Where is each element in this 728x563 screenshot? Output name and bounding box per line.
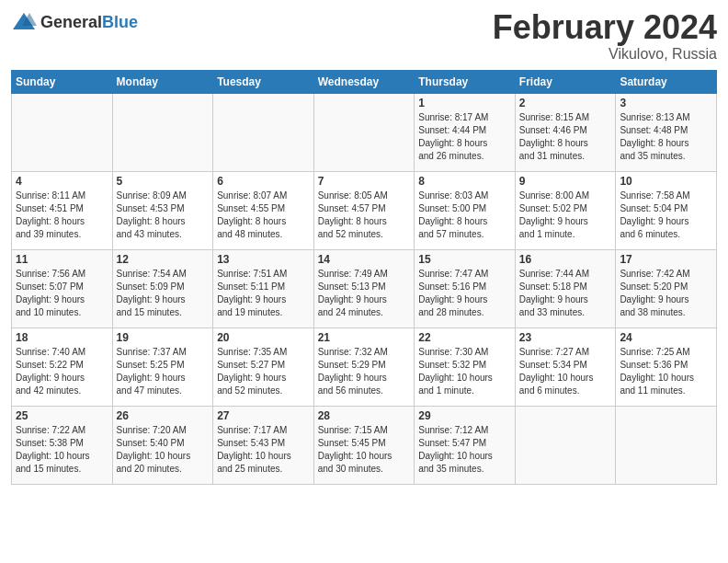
weekday-header-monday: Monday: [112, 70, 213, 93]
calendar-cell: 23Sunrise: 7:27 AM Sunset: 5:34 PM Dayli…: [515, 327, 616, 406]
calendar-body: 1Sunrise: 8:17 AM Sunset: 4:44 PM Daylig…: [12, 93, 717, 484]
day-number: 26: [117, 409, 210, 422]
calendar-cell: 19Sunrise: 7:37 AM Sunset: 5:25 PM Dayli…: [112, 327, 213, 406]
day-info: Sunrise: 8:15 AM Sunset: 4:46 PM Dayligh…: [519, 111, 612, 163]
day-number: 12: [117, 253, 210, 266]
weekday-header-thursday: Thursday: [415, 70, 516, 93]
calendar-cell: 18Sunrise: 7:40 AM Sunset: 5:22 PM Dayli…: [12, 327, 113, 406]
calendar-week-row: 18Sunrise: 7:40 AM Sunset: 5:22 PM Dayli…: [12, 327, 717, 406]
title-block: February 2024 Vikulovo, Russia: [493, 9, 717, 63]
day-number: 27: [217, 409, 310, 422]
calendar-week-row: 11Sunrise: 7:56 AM Sunset: 5:07 PM Dayli…: [12, 249, 717, 327]
day-number: 25: [16, 409, 108, 422]
day-number: 20: [217, 331, 310, 344]
calendar-cell: 16Sunrise: 7:44 AM Sunset: 5:18 PM Dayli…: [515, 249, 616, 327]
logo-icon: [11, 9, 37, 35]
calendar-cell: [515, 406, 616, 484]
day-info: Sunrise: 7:25 AM Sunset: 5:36 PM Dayligh…: [620, 346, 712, 397]
calendar-cell: 2Sunrise: 8:15 AM Sunset: 4:46 PM Daylig…: [515, 93, 616, 171]
calendar-week-row: 4Sunrise: 8:11 AM Sunset: 4:51 PM Daylig…: [12, 171, 717, 249]
calendar-cell: 27Sunrise: 7:17 AM Sunset: 5:43 PM Dayli…: [213, 406, 314, 484]
day-number: 3: [620, 97, 712, 109]
calendar-cell: [616, 406, 717, 484]
day-number: 6: [217, 175, 310, 188]
main-title: February 2024: [493, 9, 717, 46]
day-info: Sunrise: 7:44 AM Sunset: 5:18 PM Dayligh…: [519, 268, 612, 319]
calendar-cell: 12Sunrise: 7:54 AM Sunset: 5:09 PM Dayli…: [112, 249, 213, 327]
calendar-table: SundayMondayTuesdayWednesdayThursdayFrid…: [11, 70, 717, 485]
day-info: Sunrise: 7:47 AM Sunset: 5:16 PM Dayligh…: [418, 268, 511, 319]
calendar-cell: 3Sunrise: 8:13 AM Sunset: 4:48 PM Daylig…: [616, 93, 717, 171]
day-number: 17: [620, 253, 712, 266]
day-info: Sunrise: 7:51 AM Sunset: 5:11 PM Dayligh…: [217, 268, 310, 319]
calendar-week-row: 25Sunrise: 7:22 AM Sunset: 5:38 PM Dayli…: [12, 406, 717, 484]
day-number: 21: [318, 331, 411, 344]
day-info: Sunrise: 7:30 AM Sunset: 5:32 PM Dayligh…: [418, 346, 511, 397]
calendar-week-row: 1Sunrise: 8:17 AM Sunset: 4:44 PM Daylig…: [12, 93, 717, 171]
day-info: Sunrise: 7:49 AM Sunset: 5:13 PM Dayligh…: [318, 268, 411, 319]
calendar-cell: 22Sunrise: 7:30 AM Sunset: 5:32 PM Dayli…: [415, 327, 516, 406]
calendar-cell: 8Sunrise: 8:03 AM Sunset: 5:00 PM Daylig…: [415, 171, 516, 249]
weekday-header-sunday: Sunday: [12, 70, 113, 93]
day-info: Sunrise: 7:56 AM Sunset: 5:07 PM Dayligh…: [16, 268, 108, 319]
calendar-cell: 29Sunrise: 7:12 AM Sunset: 5:47 PM Dayli…: [415, 406, 516, 484]
location-subtitle: Vikulovo, Russia: [493, 46, 717, 63]
calendar-cell: [213, 93, 314, 171]
day-number: 7: [318, 175, 411, 188]
day-number: 11: [16, 253, 108, 266]
calendar-cell: [313, 93, 415, 171]
day-number: 10: [620, 175, 712, 188]
day-number: 1: [418, 97, 511, 109]
calendar-cell: 6Sunrise: 8:07 AM Sunset: 4:55 PM Daylig…: [213, 171, 314, 249]
calendar-cell: 24Sunrise: 7:25 AM Sunset: 5:36 PM Dayli…: [616, 327, 717, 406]
logo-text-general: General: [40, 13, 102, 31]
calendar-cell: 10Sunrise: 7:58 AM Sunset: 5:04 PM Dayli…: [616, 171, 717, 249]
day-info: Sunrise: 8:05 AM Sunset: 4:57 PM Dayligh…: [318, 190, 411, 241]
day-number: 8: [418, 175, 511, 188]
day-info: Sunrise: 8:17 AM Sunset: 4:44 PM Dayligh…: [418, 111, 511, 163]
page-header: GeneralBlue February 2024 Vikulovo, Russ…: [11, 9, 717, 63]
day-number: 28: [318, 409, 411, 422]
day-info: Sunrise: 7:22 AM Sunset: 5:38 PM Dayligh…: [16, 424, 108, 476]
calendar-cell: 28Sunrise: 7:15 AM Sunset: 5:45 PM Dayli…: [313, 406, 415, 484]
day-info: Sunrise: 8:03 AM Sunset: 5:00 PM Dayligh…: [418, 190, 511, 241]
weekday-header-wednesday: Wednesday: [313, 70, 415, 93]
day-info: Sunrise: 8:11 AM Sunset: 4:51 PM Dayligh…: [16, 190, 108, 241]
day-info: Sunrise: 8:07 AM Sunset: 4:55 PM Dayligh…: [217, 190, 310, 241]
day-number: 14: [318, 253, 411, 266]
logo-text-blue: Blue: [102, 13, 138, 31]
day-info: Sunrise: 7:54 AM Sunset: 5:09 PM Dayligh…: [117, 268, 210, 319]
day-number: 13: [217, 253, 310, 266]
day-info: Sunrise: 7:12 AM Sunset: 5:47 PM Dayligh…: [418, 424, 511, 476]
calendar-cell: 25Sunrise: 7:22 AM Sunset: 5:38 PM Dayli…: [12, 406, 113, 484]
day-number: 16: [519, 253, 612, 266]
calendar-cell: 26Sunrise: 7:20 AM Sunset: 5:40 PM Dayli…: [112, 406, 213, 484]
calendar-cell: 4Sunrise: 8:11 AM Sunset: 4:51 PM Daylig…: [12, 171, 113, 249]
calendar-cell: [12, 93, 113, 171]
day-info: Sunrise: 7:20 AM Sunset: 5:40 PM Dayligh…: [117, 424, 210, 476]
logo: GeneralBlue: [11, 9, 138, 35]
day-info: Sunrise: 7:40 AM Sunset: 5:22 PM Dayligh…: [16, 346, 108, 397]
day-info: Sunrise: 8:09 AM Sunset: 4:53 PM Dayligh…: [117, 190, 210, 241]
calendar-cell: 1Sunrise: 8:17 AM Sunset: 4:44 PM Daylig…: [415, 93, 516, 171]
weekday-header-saturday: Saturday: [616, 70, 717, 93]
page-container: GeneralBlue February 2024 Vikulovo, Russ…: [0, 0, 728, 494]
calendar-cell: [112, 93, 213, 171]
day-info: Sunrise: 7:35 AM Sunset: 5:27 PM Dayligh…: [217, 346, 310, 397]
calendar-cell: 21Sunrise: 7:32 AM Sunset: 5:29 PM Dayli…: [313, 327, 415, 406]
weekday-header-friday: Friday: [515, 70, 616, 93]
day-number: 4: [16, 175, 108, 188]
calendar-cell: 20Sunrise: 7:35 AM Sunset: 5:27 PM Dayli…: [213, 327, 314, 406]
day-info: Sunrise: 7:37 AM Sunset: 5:25 PM Dayligh…: [117, 346, 210, 397]
day-number: 29: [418, 409, 511, 422]
calendar-cell: 17Sunrise: 7:42 AM Sunset: 5:20 PM Dayli…: [616, 249, 717, 327]
weekday-header-tuesday: Tuesday: [213, 70, 314, 93]
day-number: 24: [620, 331, 712, 344]
day-info: Sunrise: 7:17 AM Sunset: 5:43 PM Dayligh…: [217, 424, 310, 476]
day-info: Sunrise: 7:42 AM Sunset: 5:20 PM Dayligh…: [620, 268, 712, 319]
day-info: Sunrise: 8:13 AM Sunset: 4:48 PM Dayligh…: [620, 111, 712, 163]
day-number: 19: [117, 331, 210, 344]
day-number: 5: [117, 175, 210, 188]
day-info: Sunrise: 7:32 AM Sunset: 5:29 PM Dayligh…: [318, 346, 411, 397]
day-number: 23: [519, 331, 612, 344]
